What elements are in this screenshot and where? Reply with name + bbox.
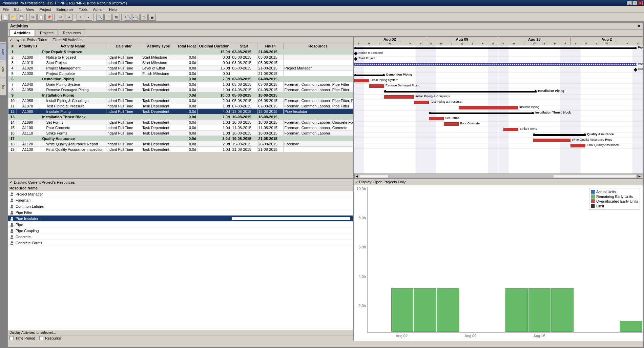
- menu-enterprise[interactable]: Enterprise: [55, 7, 75, 12]
- table-row[interactable]: 5 A1030 Project Complete ndard Full Time…: [8, 71, 353, 76]
- tb-save[interactable]: 💾: [18, 14, 25, 21]
- col-calendar[interactable]: Calendar: [106, 43, 141, 49]
- gantt-bar[interactable]: [369, 84, 384, 88]
- tb-redo[interactable]: ↪: [65, 14, 72, 21]
- tb-new[interactable]: 📄: [1, 14, 9, 21]
- tb-open[interactable]: 📂: [9, 14, 17, 21]
- side-nav-projects[interactable]: Prj: [0, 79, 6, 96]
- gantt-bar[interactable]: [533, 134, 586, 136]
- col-activity-name[interactable]: Activity Name: [39, 43, 106, 49]
- col-start[interactable]: Start: [231, 43, 257, 49]
- menu-edit[interactable]: Edit: [13, 7, 22, 12]
- resource-list-item[interactable]: Pipe: [8, 222, 353, 228]
- resource-list-item[interactable]: Project Manager: [8, 191, 353, 197]
- gantt-scroll[interactable]: ◄ ►: [354, 173, 643, 178]
- gantt-bar[interactable]: [429, 112, 534, 114]
- table-row[interactable]: 8 A1050 Remove Damaged Piping ndard Full…: [8, 87, 353, 93]
- gantt-bar[interactable]: [354, 63, 637, 66]
- table-row[interactable]: 12 A1080 Insulate Piping ndard Full Time…: [8, 109, 353, 114]
- time-period-checkbox[interactable]: [9, 336, 14, 340]
- table-row[interactable]: 19 A1130 Final Quality Assurance Inspect…: [8, 147, 353, 152]
- table-row[interactable]: 13 Installation Thrust Block 0.0d 7.0d 1…: [8, 114, 353, 120]
- maximize-button[interactable]: □: [632, 1, 637, 5]
- gantt-scrollbar[interactable]: [360, 175, 637, 178]
- table-row[interactable]: 6 Demolition Piping 0.0d 2.0d 03-08-2015…: [8, 76, 353, 82]
- col-num[interactable]: #: [8, 43, 17, 49]
- resource-checkbox[interactable]: [39, 336, 43, 340]
- tb-add[interactable]: +: [77, 14, 84, 21]
- col-orig-duration[interactable]: Original Duration: [198, 43, 231, 49]
- menu-admin[interactable]: Admin: [91, 7, 105, 12]
- side-nav-activities[interactable]: Acts: [0, 43, 6, 60]
- tab-activities[interactable]: Activities: [9, 29, 35, 36]
- resource-list-item[interactable]: Concrete: [8, 234, 353, 240]
- gantt-bar[interactable]: [570, 144, 585, 147]
- tb-group[interactable]: ⊞: [112, 14, 120, 21]
- side-nav-resources[interactable]: Res: [0, 61, 6, 78]
- resource-list-item[interactable]: Foreman: [8, 197, 353, 203]
- gantt-bar[interactable]: [384, 95, 414, 99]
- table-row[interactable]: 7 A1040 Drain Piping System ndard Full T…: [8, 82, 353, 87]
- resource-list-item[interactable]: Concrete Forms: [8, 240, 353, 246]
- cell-type: Task Dependent: [141, 125, 176, 130]
- tb-undo[interactable]: ↩: [57, 14, 64, 21]
- gantt-bar[interactable]: [354, 79, 369, 82]
- gantt-bar[interactable]: [354, 75, 385, 76]
- cell-name: Drain Piping System: [39, 82, 106, 87]
- menu-view[interactable]: View: [25, 7, 36, 12]
- resource-header-label: Display: Current Project's Resources: [14, 180, 75, 184]
- tb-paste[interactable]: 📌: [45, 14, 53, 21]
- col-total-float[interactable]: Total Float: [176, 43, 197, 49]
- col-finish[interactable]: Finish: [257, 43, 283, 49]
- gantt-scroll-left[interactable]: ◄: [354, 174, 359, 178]
- gantt-bar[interactable]: [414, 101, 429, 104]
- menu-help[interactable]: Help: [108, 7, 118, 12]
- table-row[interactable]: 9 Installation Piping 0.0d 10.0d 05-08-2…: [8, 93, 353, 98]
- cell-type: Task Dependent: [141, 87, 176, 93]
- resource-list-item[interactable]: Common Laborer: [8, 203, 353, 209]
- tb-delete[interactable]: -: [85, 14, 92, 21]
- tb-fit[interactable]: ⊡: [140, 14, 148, 21]
- table-row[interactable]: 1 Pipe Repair & Improve 15.0d 03-08-2015…: [8, 49, 353, 55]
- col-activity-type[interactable]: Activity Type: [141, 43, 176, 49]
- table-row[interactable]: 11 A1070 Test Piping at Pressure ndard F…: [8, 103, 353, 109]
- gantt-bar[interactable]: [459, 106, 518, 109]
- menu-project[interactable]: Project: [38, 7, 52, 12]
- gantt-bar[interactable]: [503, 128, 518, 131]
- close-button[interactable]: X: [638, 1, 643, 5]
- tb-zoom-out[interactable]: -🔍: [132, 14, 140, 21]
- tb-copy[interactable]: 📋: [37, 14, 45, 21]
- tb-sort[interactable]: ↕: [104, 14, 112, 21]
- activities-close-button[interactable]: ✕: [637, 24, 641, 28]
- gantt-bar[interactable]: [429, 117, 444, 120]
- menu-tools[interactable]: Tools: [78, 7, 89, 12]
- gantt-scroll-right[interactable]: ►: [637, 174, 642, 178]
- gantt-bar[interactable]: [384, 91, 537, 93]
- resource-list-item[interactable]: Pipe Insulator: [8, 216, 353, 222]
- tb-print[interactable]: 🖨: [148, 14, 156, 21]
- table-row[interactable]: 15 A1100 Pour Concrete ndard Full Time T…: [8, 125, 353, 130]
- tb-zoom-in[interactable]: +🔍: [124, 14, 131, 21]
- table-row[interactable]: 14 A1090 Set Forms ndard Full Time Task …: [8, 120, 353, 125]
- tb-cut[interactable]: ✂: [29, 14, 37, 21]
- resource-list-item[interactable]: Pipe Coupling: [8, 228, 353, 234]
- table-row[interactable]: 3 A1010 Start Project ndard Full Time St…: [8, 60, 353, 65]
- table-row[interactable]: 4 A1020 Project Management ndard Full Ti…: [8, 65, 353, 71]
- menu-file[interactable]: File: [1, 7, 10, 12]
- gantt-bar[interactable]: [533, 139, 570, 142]
- minimize-button[interactable]: _: [627, 1, 632, 5]
- table-row[interactable]: 10 A1060 Install Piping & Couplings ndar…: [8, 98, 353, 103]
- col-resources[interactable]: Resources: [283, 43, 353, 49]
- tab-resources[interactable]: Resources: [59, 29, 85, 36]
- table-row[interactable]: 17 Quality Assurance 0.0d 3.0d 19-08-201…: [8, 136, 353, 141]
- gantt-bar[interactable]: [354, 47, 637, 49]
- table-row[interactable]: 18 A1120 Write Quality Assurance Report …: [8, 141, 353, 147]
- col-activity-id[interactable]: Activity ID: [17, 43, 39, 49]
- cell-type: [141, 49, 176, 55]
- table-row[interactable]: 16 A1110 Strike Forms ndard Full Time Ta…: [8, 130, 353, 136]
- gantt-bar[interactable]: [444, 122, 459, 126]
- table-row[interactable]: 2 A1000 Notice to Proceed ndard Full Tim…: [8, 55, 353, 60]
- tab-projects[interactable]: Projects: [36, 29, 58, 36]
- tb-filter[interactable]: 🔍: [96, 14, 104, 21]
- resource-list-item[interactable]: Pipe Fitter: [8, 209, 353, 216]
